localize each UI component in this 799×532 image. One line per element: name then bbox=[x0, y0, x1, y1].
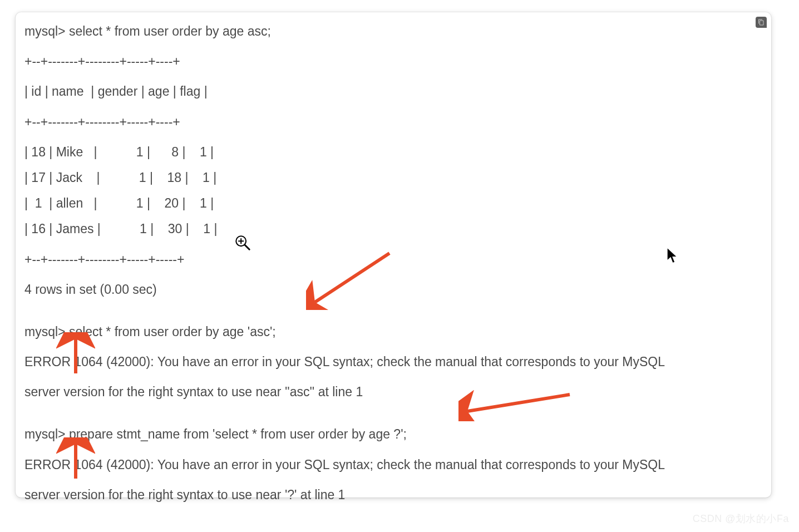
sql-query-2: mysql> select * from user order by age '… bbox=[24, 323, 762, 341]
table-border: +--+-------+--------+-----+----+ bbox=[24, 52, 762, 70]
table-row: | 16 | James | 1 | 30 | 1 | bbox=[24, 220, 762, 238]
error-line: ERROR 1064 (42000): You have an error in… bbox=[24, 353, 762, 371]
sql-query-1: mysql> select * from user order by age a… bbox=[24, 22, 762, 40]
table-row: | 17 | Jack | 1 | 18 | 1 | bbox=[24, 169, 762, 186]
table-border: +--+-------+--------+-----+----+ bbox=[24, 113, 762, 131]
table-header: | id | name | gender | age | flag | bbox=[24, 82, 762, 100]
error-line: server version for the right syntax to u… bbox=[24, 486, 762, 504]
error-line: ERROR 1064 (42000): You have an error in… bbox=[24, 456, 762, 474]
copy-icon[interactable] bbox=[756, 17, 767, 28]
svg-line-1 bbox=[245, 245, 249, 249]
table-border: +--+-------+--------+-----+-----+ bbox=[24, 250, 762, 268]
row-count: 4 rows in set (0.00 sec) bbox=[24, 280, 762, 298]
table-row: | 18 | Mike | 1 | 8 | 1 | bbox=[24, 143, 762, 161]
table-row: | 1 | allen | 1 | 20 | 1 | bbox=[24, 194, 762, 212]
terminal-card: mysql> select * from user order by age a… bbox=[16, 12, 771, 497]
error-line: server version for the right syntax to u… bbox=[24, 383, 762, 401]
sql-query-3: mysql> prepare stmt_name from 'select * … bbox=[24, 425, 762, 443]
watermark: CSDN @划水的小Fa bbox=[693, 512, 789, 525]
